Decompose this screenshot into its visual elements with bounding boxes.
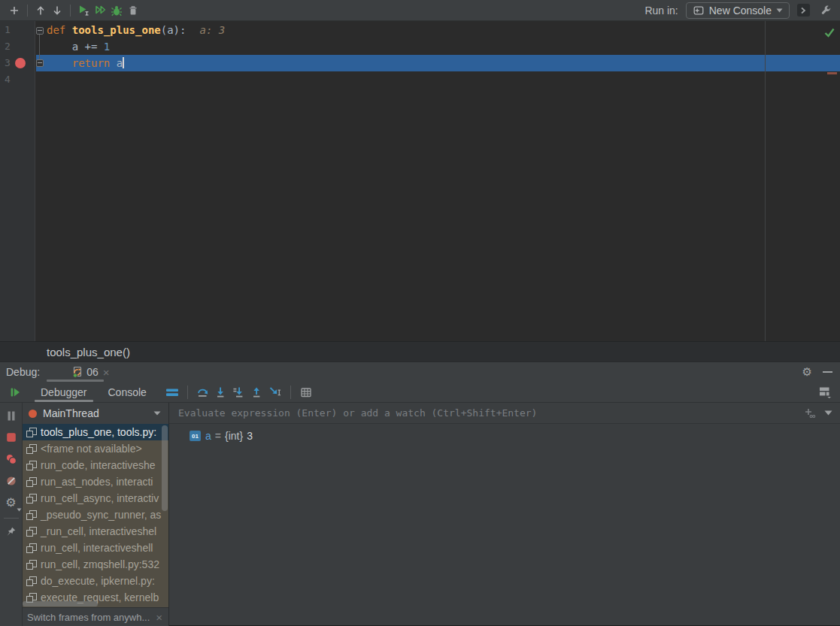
run-to-cursor-button[interactable] [266,383,284,401]
frames-horizontal-scrollbar[interactable] [23,601,98,606]
resume-button[interactable] [6,383,24,401]
run-in-label: Run in: [644,5,678,17]
code-line[interactable]: return a [47,55,840,71]
console-settings-button[interactable] [817,2,834,19]
frame-label: <frame not available> [41,443,142,455]
code-token: 1 [104,41,110,53]
layout-settings-button[interactable] [816,383,834,401]
evaluate-expression-input[interactable]: Evaluate expression (Enter) or add a wat… [169,403,840,424]
frames-vertical-scrollbar[interactable] [162,425,168,511]
step-into-icon [214,386,227,398]
pause-button[interactable] [2,407,20,425]
code-line[interactable] [47,71,840,88]
step-into-button[interactable] [212,383,230,401]
frames-status-row: Switch frames from anywh... × [23,607,168,626]
add-button[interactable] [6,2,23,19]
frame-label: run_cell_async, interactiv [41,492,159,504]
code-token: (a): [161,24,186,36]
tab-close-icon[interactable]: × [102,367,111,378]
debug-header: Debug: 06 × ⚙ [0,362,840,382]
chevron-down-icon [153,411,161,416]
frame-row[interactable]: run_cell_async, interactiv [23,490,168,507]
move-up-button[interactable] [32,2,49,19]
debug-left-rail: ⚙ [0,403,23,626]
chevron-down-icon[interactable] [824,410,832,416]
variable-equals: = [215,430,221,442]
tab-debugger-label: Debugger [41,386,87,398]
code-token: a [110,57,123,69]
tab-debugger[interactable]: Debugger [30,382,98,402]
tab-debugger-underline [35,400,93,402]
pin-button[interactable] [2,522,20,540]
stack-frame-icon [26,477,36,487]
tab-console[interactable]: Console [98,382,157,402]
trash-icon [127,5,139,17]
frame-label: tools_plus_one, tools.py: [41,426,156,438]
run-cell-button[interactable] [75,2,92,19]
step-out-button[interactable] [248,383,266,401]
inspection-status-button[interactable] [823,26,835,38]
thread-selector[interactable]: MainThread [23,403,168,424]
frame-row[interactable]: _run_cell, interactiveshel [23,523,168,540]
stack-frame-icon [26,428,36,437]
variable-row[interactable]: 01a={int}3 [190,428,840,444]
frame-row[interactable]: tools_plus_one, tools.py: [23,424,168,440]
fold-marker-icon[interactable] [36,27,44,35]
tab-console-label: Console [108,386,147,398]
frame-row[interactable]: run_code, interactiveshe [23,457,168,473]
threads-view-button[interactable] [163,383,181,401]
code-token: def [47,24,65,36]
frame-row[interactable]: _pseudo_sync_runner, as [23,507,168,523]
frame-row[interactable]: <frame not available> [23,440,168,457]
frame-row[interactable]: run_ast_nodes, interacti [23,473,168,490]
editor-gutter-numbers: 1234 [0,22,32,88]
text-caret [123,57,124,68]
stop-button[interactable] [2,428,20,446]
inspection-ok-icon [823,26,835,38]
force-step-into-button[interactable] [230,383,248,401]
run-cell-icon [77,4,90,17]
force-step-into-icon [232,386,245,398]
bug-icon [111,5,123,17]
thread-selector-value: MainThread [43,407,99,419]
run-all-button[interactable] [92,2,108,19]
status-hint-text: Switch frames from anywh... [27,612,150,623]
breakpoint-indicator[interactable] [15,58,26,68]
variables-list: 01a={int}3 [169,424,840,626]
thread-status-icon [29,410,37,418]
chevron-down-icon [776,8,783,13]
view-breakpoints-button[interactable] [2,450,20,468]
frame-row[interactable]: do_execute, ipkernel.py: [23,573,168,589]
frame-row[interactable]: run_cell, zmqshell.py:532 [23,556,168,573]
frame-label: run_code, interactiveshe [41,459,156,471]
fold-guide-line [39,35,40,62]
hide-panel-icon[interactable] [823,371,832,373]
code-editor[interactable]: 1234 def tools_plus_one(a):a: 3 a += 1 r… [0,21,840,341]
command-queue-button[interactable] [797,4,810,17]
debugger-settings-button[interactable]: ⚙ [2,494,20,512]
debug-button[interactable] [108,2,125,19]
hint-close-icon[interactable]: × [154,612,164,623]
move-down-button[interactable] [49,2,65,19]
mute-breakpoints-button[interactable] [2,472,20,490]
variable-type: {int} [225,430,243,442]
frame-row[interactable]: run_cell, interactiveshell [23,540,168,556]
view-as-table-button[interactable] [297,383,315,401]
console-selector-dropdown[interactable]: New Console [686,2,790,19]
code-token: return [72,57,111,69]
pycharm-debug-window: Run in: New Console 1234 def tools_plus_… [0,0,840,626]
layout-icon [818,386,832,398]
console-input-row[interactable]: tools_plus_one() [0,341,840,361]
run-all-icon [94,4,107,17]
step-over-button[interactable] [194,383,212,401]
code-token [65,24,71,36]
debug-settings-gear-icon[interactable]: ⚙ [802,367,812,378]
delete-button[interactable] [125,2,141,19]
error-stripe-mark [827,72,837,74]
arrow-down-icon [51,5,63,17]
pin-icon [5,526,17,537]
code-line[interactable]: def tools_plus_one(a):a: 3 [47,22,840,38]
add-watch-icon[interactable] [803,407,817,419]
code-line[interactable]: a += 1 [47,38,840,55]
fold-end-marker-icon[interactable] [36,59,44,67]
